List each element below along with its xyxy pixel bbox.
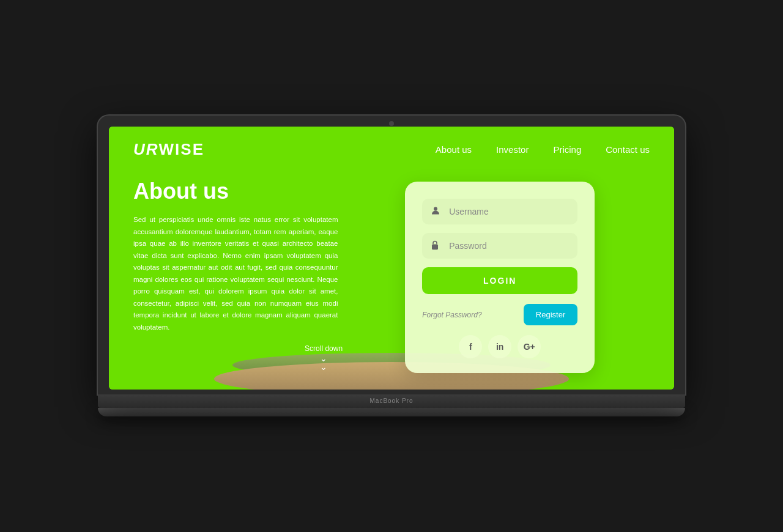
nav-item-contact[interactable]: Contact us: [606, 144, 650, 155]
scroll-label: Scroll down: [305, 344, 343, 353]
laptop: UrWISE About us Investor Pricing: [98, 116, 685, 416]
forgot-password-link[interactable]: Forgot Password?: [422, 311, 481, 319]
nav-link-investor[interactable]: Investor: [496, 144, 529, 155]
nav-link-about[interactable]: About us: [436, 144, 472, 155]
nav-item-pricing[interactable]: Pricing: [553, 144, 581, 155]
nav-item-about[interactable]: About us: [436, 144, 472, 155]
username-group: [422, 199, 577, 224]
password-group: [422, 233, 577, 259]
laptop-base: [98, 394, 685, 408]
logo: UrWISE: [133, 140, 204, 159]
login-card: LOGIN Forgot Password? Register f in G+: [405, 182, 595, 373]
google-plus-icon[interactable]: G+: [518, 335, 541, 358]
linkedin-icon[interactable]: in: [488, 335, 511, 358]
register-button[interactable]: Register: [524, 304, 577, 325]
navbar: UrWISE About us Investor Pricing: [109, 127, 674, 172]
lock-icon: [431, 240, 439, 252]
svg-rect-1: [432, 245, 438, 250]
svg-point-0: [434, 207, 437, 211]
laptop-bottom: [98, 408, 685, 416]
scroll-chevrons: ⌄ ⌄: [305, 354, 343, 371]
website: UrWISE About us Investor Pricing: [109, 127, 674, 390]
chevron-2: ⌄: [320, 363, 327, 371]
user-icon: [431, 206, 440, 218]
nav-link-pricing[interactable]: Pricing: [553, 144, 581, 155]
social-icons: f in G+: [422, 335, 577, 358]
card-footer: Forgot Password? Register: [422, 304, 577, 325]
about-body: Sed ut perspiciatis unde omnis iste natu…: [133, 214, 338, 333]
logo-text: Ur: [133, 140, 159, 158]
chevron-1: ⌄: [320, 354, 327, 363]
screen: UrWISE About us Investor Pricing: [109, 127, 674, 390]
password-input[interactable]: [422, 233, 577, 259]
about-title: About us: [133, 179, 338, 204]
scroll-down: Scroll down ⌄ ⌄: [305, 344, 343, 371]
nav-item-investor[interactable]: Investor: [496, 144, 529, 155]
screen-bezel: UrWISE About us Investor Pricing: [98, 116, 685, 394]
nav-links: About us Investor Pricing Contact us: [436, 144, 650, 155]
nav-link-contact[interactable]: Contact us: [606, 144, 650, 155]
facebook-icon[interactable]: f: [459, 335, 482, 358]
login-button[interactable]: LOGIN: [422, 267, 577, 294]
username-input[interactable]: [422, 199, 577, 224]
